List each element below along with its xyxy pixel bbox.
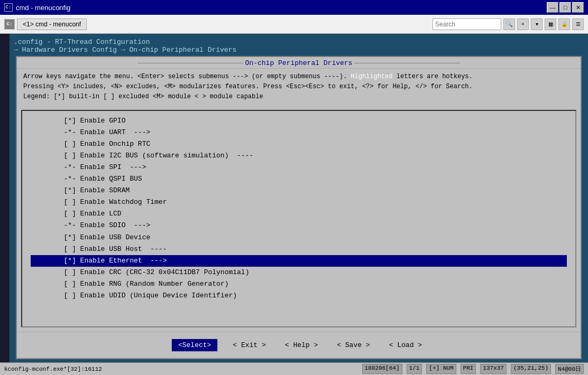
select-button[interactable]: <Select> [171, 339, 218, 352]
menu-item-rng[interactable]: [ ] Enable RNG (Random Number Generator) [31, 278, 567, 290]
menu-item-uart[interactable]: -*- Enable UART ---> [31, 127, 567, 138]
menu-item-usb-device[interactable]: [*] Enable USB Device [31, 232, 567, 243]
menu-item-rtc[interactable]: [ ] Enable Onchip RTC [31, 138, 567, 150]
toolbar-left: C: <1> cmd - menuconf [4, 18, 87, 30]
exit-button[interactable]: < Exit > [228, 339, 270, 351]
bottom-bar: <Select> < Exit > < Help > < Save > < Lo… [17, 332, 581, 358]
header-dash-left [137, 63, 243, 63]
status-right: 180206[64] 1/1 [+] NUM PRI 137x37 (35,21… [362, 364, 584, 374]
menu-item-udid[interactable]: [ ] Enable UDID (Unique Device Identifie… [31, 290, 567, 302]
layout-button[interactable]: ▦ [545, 18, 556, 30]
menu-item-ethernet[interactable]: [*] Enable Ethernet ---> [31, 255, 567, 267]
load-button[interactable]: < Load > [385, 339, 426, 351]
tab-cmd-menuconf[interactable]: <1> cmd - menuconf [17, 18, 87, 30]
menuconfig-panel: On-chip Peripheral Drivers Arrow keys na… [16, 56, 582, 359]
info-line3: Legend: [*] built-in [ ] excluded <M> mo… [23, 92, 574, 102]
status-left: kconfig-mconf.exe*[32]:16112 [4, 366, 102, 372]
status-page: 1/1 [407, 364, 422, 374]
lock-button[interactable]: 🔒 [558, 18, 570, 30]
breadcrumb-area: .config - RT-Thread Configuration → Hard… [2, 36, 586, 55]
help-button[interactable]: < Help > [281, 339, 322, 351]
left-sidebar [0, 34, 10, 362]
header-dash-right [354, 63, 460, 63]
menu-button[interactable]: ☰ [572, 18, 584, 30]
search-input[interactable] [435, 21, 499, 28]
window: C: cmd - menuconfig — □ ✕ C: <1> cmd - m… [0, 0, 588, 375]
menu-item-crc[interactable]: [ ] Enable CRC (CRC-32 0x04C11DB7 Polyno… [31, 267, 567, 278]
menu-list-inner[interactable]: [*] Enable GPIO -*- Enable UART ---> [ ]… [21, 110, 576, 327]
add-tab-button[interactable]: + [517, 18, 529, 30]
main-content: .config - RT-Thread Configuration → Hard… [0, 34, 588, 362]
panel-header: On-chip Peripheral Drivers [17, 57, 581, 69]
cmd-tab-icon: C: [4, 19, 15, 30]
status-num: [+] NUM [426, 364, 456, 374]
status-size: 137x37 [480, 364, 507, 374]
minimize-button[interactable]: — [547, 2, 558, 13]
menu-item-i2c[interactable]: [ ] Enable I2C BUS (software simulation)… [31, 150, 567, 162]
search-box [433, 18, 501, 30]
pressing-text: Pressing [23, 83, 54, 90]
info-line1: Arrow keys navigate the menu. <Enter> se… [23, 72, 574, 82]
toolbar: C: <1> cmd - menuconf 🔍 + ▾ ▦ 🔒 ☰ [0, 15, 588, 34]
menu-item-sdram[interactable]: [*] Enable SDRAM [31, 185, 567, 196]
title-bar-controls: — □ ✕ [547, 2, 584, 13]
status-bar: kconfig-mconf.exe*[32]:16112 180206[64] … [0, 362, 588, 375]
menu-item-gpio[interactable]: [*] Enable GPIO [31, 115, 567, 127]
panel-title: On-chip Peripheral Drivers [245, 59, 353, 67]
toolbar-right: 🔍 + ▾ ▦ 🔒 ☰ [433, 18, 584, 30]
menu-item-spi[interactable]: -*- Enable SPI ---> [31, 162, 567, 173]
save-button[interactable]: < Save > [333, 339, 374, 351]
status-pos: (35,21,25) [511, 364, 551, 374]
menu-item-qspi[interactable]: -*- Enable QSPI BUS [31, 173, 567, 185]
menu-item-sdio[interactable]: -*- Enable SDIO ---> [31, 220, 567, 231]
close-button[interactable]: ✕ [572, 2, 584, 13]
highlighted-text: Highlighted [351, 73, 392, 80]
status-pri: PRI [461, 364, 476, 374]
status-extra: N4@00日 [555, 364, 584, 374]
nav-path: → Hardware Drivers Config → On-chip Peri… [14, 46, 582, 54]
panel-header-line: On-chip Peripheral Drivers [17, 59, 581, 67]
title-bar: C: cmd - menuconfig — □ ✕ [0, 0, 588, 15]
title-bar-left: C: cmd - menuconfig [4, 3, 70, 12]
window-title: cmd - menuconfig [16, 4, 70, 12]
menu-list-container: [*] Enable GPIO -*- Enable UART ---> [ ]… [17, 106, 581, 332]
cmd-icon: C: [4, 3, 13, 12]
restore-button[interactable]: □ [559, 2, 571, 13]
dropdown-button[interactable]: ▾ [531, 18, 543, 30]
info-line2: Pressing <Y> includes, <N> excludes, <M>… [23, 82, 574, 92]
menu-item-lcd[interactable]: [ ] Enable LCD [31, 208, 567, 220]
menu-item-usb-host[interactable]: [ ] Enable USB Host ---- [31, 243, 567, 255]
config-path: .config - RT-Thread Configuration [14, 38, 582, 46]
menu-item-watchdog[interactable]: [ ] Enable Watchdog Timer [31, 196, 567, 208]
search-button[interactable]: 🔍 [503, 18, 515, 30]
info-text: Arrow keys navigate the menu. <Enter> se… [17, 69, 581, 106]
status-coord: 180206[64] [362, 364, 402, 374]
